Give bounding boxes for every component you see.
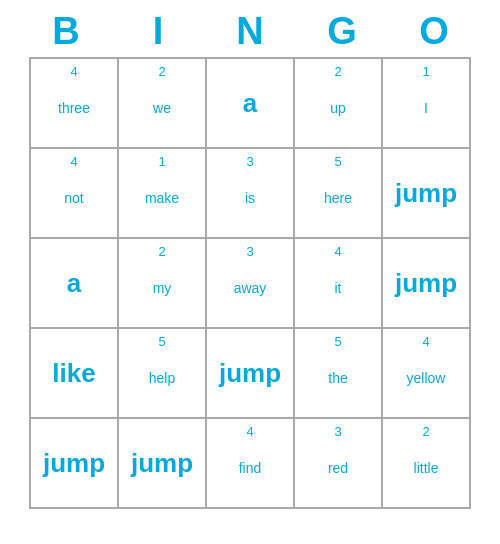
bingo-cell-10: a — [31, 239, 119, 329]
header-g: G — [298, 10, 386, 53]
bingo-cell-23: 3red — [295, 419, 383, 509]
cell-word-16: help — [149, 370, 175, 386]
cell-word-5: not — [64, 190, 83, 206]
bingo-cell-20: jump — [31, 419, 119, 509]
bingo-cell-11: 2my — [119, 239, 207, 329]
cell-word-6: make — [145, 190, 179, 206]
bingo-cell-16: 5help — [119, 329, 207, 419]
bingo-cell-22: 4find — [207, 419, 295, 509]
bingo-cell-6: 1make — [119, 149, 207, 239]
bingo-cell-21: jump — [119, 419, 207, 509]
cell-word-7: is — [245, 190, 255, 206]
bingo-cell-14: jump — [383, 239, 471, 329]
bingo-cell-2: a — [207, 59, 295, 149]
cell-word-22: find — [239, 460, 262, 476]
cell-word-3: up — [330, 100, 346, 116]
cell-number-23: 3 — [295, 424, 381, 439]
header-b: B — [22, 10, 110, 53]
cell-number-24: 2 — [383, 424, 469, 439]
cell-word-17: jump — [219, 358, 281, 389]
bingo-cell-12: 3away — [207, 239, 295, 329]
cell-word-8: here — [324, 190, 352, 206]
cell-number-19: 4 — [383, 334, 469, 349]
cell-word-24: little — [414, 460, 439, 476]
cell-number-18: 5 — [295, 334, 381, 349]
bingo-cell-8: 5here — [295, 149, 383, 239]
header-i: I — [114, 10, 202, 53]
cell-number-11: 2 — [119, 244, 205, 259]
bingo-header: B I N G O — [20, 10, 480, 53]
cell-number-22: 4 — [207, 424, 293, 439]
cell-number-16: 5 — [119, 334, 205, 349]
cell-word-20: jump — [43, 448, 105, 479]
cell-number-13: 4 — [295, 244, 381, 259]
cell-word-10: a — [67, 268, 81, 299]
cell-number-4: 1 — [383, 64, 469, 79]
bingo-cell-4: 1I — [383, 59, 471, 149]
cell-number-6: 1 — [119, 154, 205, 169]
bingo-cell-17: jump — [207, 329, 295, 419]
cell-word-1: we — [153, 100, 171, 116]
bingo-cell-5: 4not — [31, 149, 119, 239]
bingo-grid: 4three2wea2up1I4not1make3is5herejumpa2my… — [29, 57, 471, 509]
cell-number-12: 3 — [207, 244, 293, 259]
cell-word-15: like — [52, 358, 95, 389]
cell-word-13: it — [335, 280, 342, 296]
cell-word-4: I — [424, 100, 428, 116]
header-n: N — [206, 10, 294, 53]
bingo-cell-18: 5the — [295, 329, 383, 419]
bingo-cell-9: jump — [383, 149, 471, 239]
cell-number-1: 2 — [119, 64, 205, 79]
cell-word-0: three — [58, 100, 90, 116]
bingo-cell-0: 4three — [31, 59, 119, 149]
bingo-cell-13: 4it — [295, 239, 383, 329]
cell-word-14: jump — [395, 268, 457, 299]
cell-number-7: 3 — [207, 154, 293, 169]
cell-word-11: my — [153, 280, 172, 296]
cell-word-19: yellow — [407, 370, 446, 386]
cell-number-5: 4 — [31, 154, 117, 169]
cell-number-3: 2 — [295, 64, 381, 79]
cell-number-8: 5 — [295, 154, 381, 169]
bingo-cell-7: 3is — [207, 149, 295, 239]
cell-word-18: the — [328, 370, 347, 386]
bingo-cell-1: 2we — [119, 59, 207, 149]
cell-word-23: red — [328, 460, 348, 476]
cell-number-0: 4 — [31, 64, 117, 79]
header-o: O — [390, 10, 478, 53]
cell-word-12: away — [234, 280, 267, 296]
cell-word-2: a — [243, 88, 257, 119]
bingo-cell-19: 4yellow — [383, 329, 471, 419]
cell-word-9: jump — [395, 178, 457, 209]
cell-word-21: jump — [131, 448, 193, 479]
bingo-cell-15: like — [31, 329, 119, 419]
bingo-cell-24: 2little — [383, 419, 471, 509]
bingo-cell-3: 2up — [295, 59, 383, 149]
